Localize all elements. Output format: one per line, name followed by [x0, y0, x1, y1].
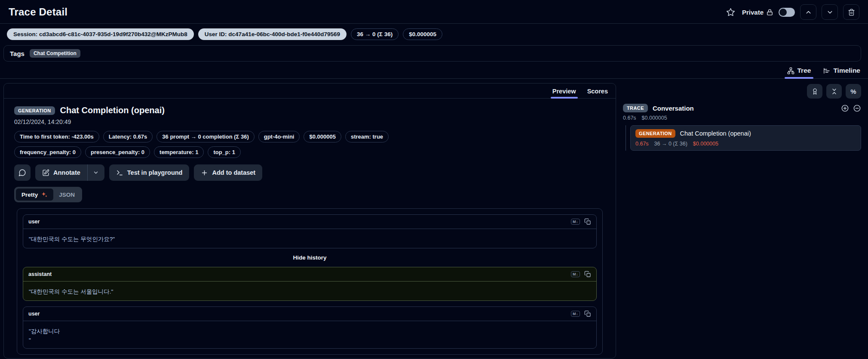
- star-icon: [726, 8, 735, 17]
- trace-meta-badges: Session: cd3abcd6-c81c-4037-935d-19d9f27…: [0, 24, 868, 43]
- tree-expand-controls: [841, 104, 861, 112]
- message-user-2: user M↓ "감사합니다 ": [23, 306, 597, 349]
- plus-circle-icon: [841, 104, 849, 112]
- playground-button[interactable]: Test in playground: [109, 164, 190, 181]
- copy-button[interactable]: [584, 218, 591, 225]
- visibility-label: Private: [742, 9, 764, 16]
- pill-temperature: temperature: 1: [154, 146, 204, 158]
- pill-cost: $0.000005: [304, 131, 341, 142]
- hide-history-button[interactable]: Hide history: [23, 254, 597, 261]
- terminal-icon: [116, 169, 123, 176]
- collapse-tree-button[interactable]: [853, 104, 861, 112]
- chevron-down-icon: [93, 170, 99, 176]
- generation-latency: 0.67s: [635, 141, 649, 147]
- header-actions: Private: [724, 4, 859, 20]
- comments-button[interactable]: [14, 164, 31, 181]
- trace-tree-panel: % TRACE Conversation 0.67s $0.000005: [623, 83, 865, 151]
- markdown-toggle-icon[interactable]: M↓: [571, 219, 580, 225]
- format-pretty[interactable]: Pretty: [16, 189, 53, 201]
- scores-toggle-button[interactable]: [807, 84, 822, 99]
- tag-chip[interactable]: Chat Competition: [30, 49, 80, 58]
- io-preview: user M↓ "대한민국의 수도는 무엇인가요?" Hide history …: [17, 208, 603, 355]
- pill-presence-penalty: presence_penalty: 0: [85, 146, 150, 158]
- collapse-all-button[interactable]: [826, 84, 842, 99]
- visibility-control[interactable]: Private: [742, 9, 773, 16]
- annotate-split-button: Annotate: [35, 164, 104, 181]
- trace-name: Conversation: [653, 105, 694, 112]
- copy-button[interactable]: [584, 310, 591, 317]
- markdown-toggle-icon[interactable]: M↓: [571, 311, 580, 317]
- metrics-toggle-button[interactable]: %: [846, 84, 861, 99]
- public-toggle[interactable]: [779, 8, 795, 17]
- generation-node[interactable]: GENERATION Chat Completion (openai) 0.67…: [630, 125, 861, 151]
- award-icon: [811, 88, 819, 95]
- message-role: assistant: [28, 271, 52, 277]
- view-tabs: Tree Timeline: [0, 62, 868, 79]
- session-badge[interactable]: Session: cd3abcd6-c81c-4037-935d-19d9f27…: [7, 28, 194, 40]
- tree-toolbar: %: [623, 84, 861, 99]
- observation-header: GENERATION Chat Completion (openai) 02/1…: [4, 99, 616, 125]
- annotate-button[interactable]: Annotate: [35, 164, 87, 181]
- tags-section: Tags Chat Competition: [3, 45, 861, 62]
- format-toggle: Pretty JSON: [14, 187, 82, 202]
- observation-title: Chat Completion (openai): [60, 105, 165, 115]
- copy-icon: [584, 310, 591, 317]
- user-id-badge[interactable]: User ID: dc47a41e-06bc-400d-bde1-f0e440d…: [198, 28, 347, 40]
- tab-tree[interactable]: Tree: [787, 67, 811, 78]
- message-header: user M↓: [23, 307, 596, 321]
- pill-frequency-penalty: frequency_penalty: 0: [14, 146, 81, 158]
- copy-icon: [584, 271, 591, 278]
- tree-branch: GENERATION Chat Completion (openai) 0.67…: [626, 125, 861, 151]
- main-content: Preview Scores GENERATION Chat Completio…: [0, 79, 868, 359]
- token-usage-badge: 36 → 0 (Σ 36): [351, 28, 399, 40]
- playground-label: Test in playground: [127, 169, 183, 176]
- toggle-knob: [779, 9, 787, 16]
- trace-badge: TRACE: [623, 104, 648, 112]
- chevron-up-icon: [805, 9, 812, 16]
- format-json[interactable]: JSON: [53, 189, 80, 201]
- pill-top-p: top_p: 1: [208, 146, 241, 158]
- chevrons-collapse-icon: [831, 88, 838, 95]
- message-header: user M↓: [23, 215, 596, 229]
- observation-type-badge: GENERATION: [14, 106, 55, 115]
- bookmark-button[interactable]: [724, 6, 737, 19]
- annotate-dropdown-button[interactable]: [87, 164, 104, 181]
- next-observation-button[interactable]: [822, 4, 838, 20]
- observation-actions: Annotate Test in playground Add to datas…: [4, 158, 616, 181]
- pill-model[interactable]: gpt-4o-mini: [258, 131, 300, 142]
- minus-circle-icon: [853, 104, 861, 112]
- markdown-toggle-icon[interactable]: M↓: [571, 271, 580, 277]
- plus-icon: [201, 169, 208, 176]
- trash-icon: [848, 9, 855, 16]
- pill-latency: Latency: 0.67s: [103, 131, 153, 142]
- generation-cost: $0.000005: [693, 141, 718, 147]
- expand-all-button[interactable]: [841, 104, 849, 112]
- pill-token-usage: 36 prompt → 0 completion (Σ 36): [156, 131, 254, 142]
- generation-tokens: 36 → 0 (Σ 36): [654, 141, 687, 147]
- pill-time-to-first-token: Time to first token: -423.00s: [14, 131, 99, 142]
- delete-trace-button[interactable]: [843, 4, 859, 20]
- tree-icon: [787, 67, 794, 74]
- generation-metrics: 0.67s 36 → 0 (Σ 36) $0.000005: [635, 141, 856, 147]
- generation-badge: GENERATION: [635, 129, 675, 138]
- tab-scores[interactable]: Scores: [587, 88, 608, 98]
- trace-node: TRACE Conversation: [623, 104, 861, 112]
- message-header: assistant M↓: [23, 267, 596, 282]
- edit-icon: [42, 169, 49, 176]
- lock-icon: [766, 9, 773, 16]
- tab-timeline[interactable]: Timeline: [823, 67, 860, 78]
- tab-tree-label: Tree: [797, 67, 811, 74]
- copy-icon: [584, 218, 591, 225]
- tab-preview[interactable]: Preview: [552, 88, 576, 98]
- add-to-dataset-button[interactable]: Add to dataset: [194, 164, 262, 181]
- trace-node-label[interactable]: TRACE Conversation: [623, 104, 694, 112]
- percent-icon: %: [850, 88, 856, 95]
- cost-badge: $0.000005: [403, 28, 442, 40]
- trace-cost: $0.000005: [642, 115, 667, 121]
- copy-button[interactable]: [584, 271, 591, 278]
- prev-observation-button[interactable]: [800, 4, 816, 20]
- comment-icon: [18, 169, 26, 176]
- add-to-dataset-label: Add to dataset: [212, 169, 255, 176]
- sparkles-icon: [41, 191, 48, 198]
- message-content: "감사합니다 ": [23, 321, 596, 349]
